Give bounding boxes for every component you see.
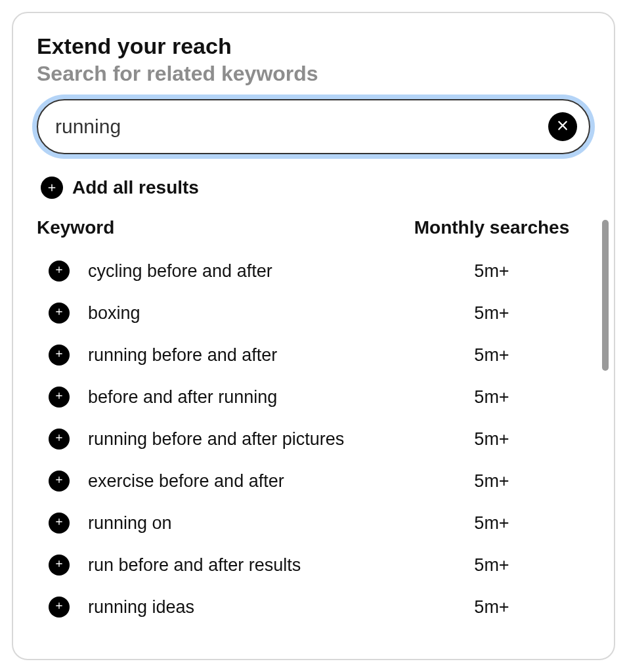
table-row: running before and after5m+ (37, 334, 590, 376)
plus-icon (54, 390, 64, 404)
add-keyword-button[interactable] (49, 387, 70, 408)
table-row: running on5m+ (37, 502, 590, 544)
add-keyword-button[interactable] (49, 555, 70, 576)
add-keyword-button[interactable] (49, 471, 70, 492)
add-keyword-button[interactable] (49, 597, 70, 618)
keyword-reach-panel: Extend your reach Search for related key… (12, 12, 615, 660)
keyword-label: running before and after (88, 345, 393, 366)
plus-icon (54, 558, 64, 572)
table-row: running before and after pictures5m+ (37, 418, 590, 460)
scrollbar[interactable] (602, 220, 609, 371)
keyword-label: running before and after pictures (88, 429, 393, 450)
plus-icon (54, 264, 64, 278)
add-keyword-button[interactable] (49, 513, 70, 534)
table-row: run before and after results5m+ (37, 544, 590, 586)
keyword-label: before and after running (88, 387, 393, 408)
table-header: Keyword Monthly searches (37, 217, 590, 245)
table-row: boxing5m+ (37, 292, 590, 334)
add-keyword-button[interactable] (49, 429, 70, 450)
search-container (37, 99, 590, 154)
monthly-searches-value: 5m+ (393, 513, 590, 534)
plus-icon (54, 432, 64, 446)
monthly-searches-value: 5m+ (393, 555, 590, 576)
add-all-label: Add all results (72, 177, 199, 198)
page-title: Extend your reach (37, 33, 590, 60)
table-row: cycling before and after5m+ (37, 250, 590, 292)
table-row: before and after running5m+ (37, 376, 590, 418)
table-body: cycling before and after5m+boxing5m+runn… (37, 250, 590, 628)
plus-icon (54, 348, 64, 362)
keyword-label: cycling before and after (88, 261, 393, 282)
monthly-searches-value: 5m+ (393, 303, 590, 324)
monthly-searches-value: 5m+ (393, 471, 590, 492)
keyword-label: running on (88, 513, 393, 534)
add-all-results-button[interactable]: Add all results (37, 177, 590, 199)
plus-icon (54, 516, 64, 530)
table-row: running ideas5m+ (37, 586, 590, 628)
keyword-label: boxing (88, 303, 393, 324)
monthly-searches-value: 5m+ (393, 261, 590, 282)
add-keyword-button[interactable] (49, 345, 70, 366)
monthly-searches-value: 5m+ (393, 345, 590, 366)
plus-icon (41, 177, 63, 199)
monthly-searches-value: 5m+ (393, 387, 590, 408)
close-icon (555, 118, 570, 135)
column-header-keyword: Keyword (37, 217, 393, 238)
column-header-monthly-searches: Monthly searches (393, 217, 590, 238)
plus-icon (54, 600, 64, 614)
search-input[interactable] (55, 116, 548, 138)
add-keyword-button[interactable] (49, 261, 70, 282)
keyword-label: run before and after results (88, 555, 393, 576)
add-keyword-button[interactable] (49, 303, 70, 324)
page-subtitle: Search for related keywords (37, 61, 590, 86)
plus-icon (54, 306, 64, 320)
keyword-table: Keyword Monthly searches cycling before … (37, 217, 590, 628)
search-field[interactable] (37, 99, 590, 154)
table-row: exercise before and after5m+ (37, 460, 590, 502)
clear-search-button[interactable] (548, 112, 577, 141)
plus-icon (54, 474, 64, 488)
monthly-searches-value: 5m+ (393, 597, 590, 618)
keyword-label: running ideas (88, 597, 393, 618)
keyword-label: exercise before and after (88, 471, 393, 492)
monthly-searches-value: 5m+ (393, 429, 590, 450)
